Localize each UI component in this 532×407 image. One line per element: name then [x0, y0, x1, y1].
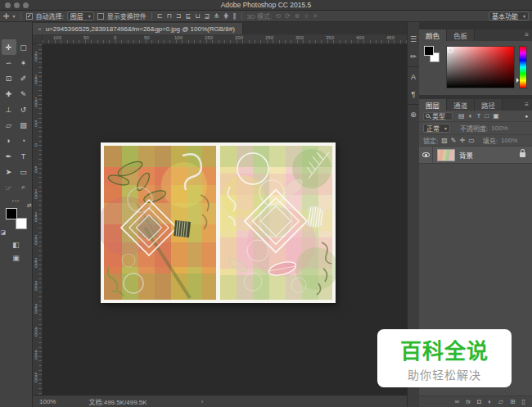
crop-tool[interactable]: ⊡ [2, 70, 16, 86]
distribute-h-icon[interactable]: ⋔ [214, 12, 219, 20]
clone-stamp-tool[interactable]: ⊥ [2, 102, 16, 117]
marquee-tool[interactable]: ▢ [16, 39, 31, 55]
background-color-swatch[interactable] [16, 218, 27, 229]
dodge-tool[interactable]: ◔ [16, 133, 31, 148]
hue-slider[interactable] [519, 46, 527, 88]
tab-layers[interactable]: 图层 [419, 99, 447, 111]
brush-tool[interactable]: ✎ [16, 86, 31, 102]
document-image[interactable] [101, 142, 336, 303]
align-vcenter-icon[interactable]: ⊔ [195, 12, 200, 20]
filter-shape-icon[interactable]: □ [485, 112, 489, 120]
tab-paths[interactable]: 路径 [475, 99, 503, 111]
filter-pixel-icon[interactable]: ▤ [458, 112, 465, 120]
brush-presets-panel-icon[interactable]: ✏ [410, 52, 417, 61]
window-minimize-button[interactable] [14, 2, 20, 8]
layers-panel-tabs: 图层 通道 路径 ≡ [419, 99, 532, 111]
edit-toolbar-ellipsis[interactable]: ••• [12, 198, 20, 203]
saturation-brightness-picker[interactable] [446, 46, 515, 88]
healing-brush-tool[interactable]: ✚ [2, 86, 16, 102]
document-tab[interactable]: × u=2945396525,2839187496&fm=26&gp=0.jpg… [33, 23, 243, 34]
align-hcenter-icon[interactable]: ⊓ [167, 12, 172, 20]
visibility-cell[interactable] [419, 147, 433, 163]
layer-thumbnail[interactable] [437, 149, 455, 161]
abstract-paintings-image [101, 142, 336, 303]
opacity-value[interactable]: 100% [491, 124, 507, 132]
default-colors-icon[interactable]: ◪ [1, 229, 7, 236]
zoom-tool[interactable]: ⌕ [16, 179, 31, 195]
filter-adjustment-icon[interactable]: ◐ [469, 112, 473, 120]
layer-mask-icon[interactable]: ◘ [477, 398, 481, 405]
link-layers-icon[interactable]: ∞ [455, 398, 460, 405]
delete-layer-icon[interactable]: ▯ [522, 398, 525, 405]
panel-menu-icon[interactable]: ≡ [525, 101, 529, 108]
document-tab-bar: × u=2945396525,2839187496&fm=26&gp=0.jpg… [33, 22, 407, 34]
distribute-center-icon[interactable]: ∥ [233, 12, 237, 20]
fill-value[interactable]: 100% [501, 137, 517, 144]
tab-channels[interactable]: 通道 [447, 99, 475, 111]
lock-position-icon[interactable]: ✛ [460, 137, 466, 144]
eraser-tool[interactable]: ▱ [2, 117, 16, 133]
path-select-tool[interactable]: ➤ [2, 164, 16, 179]
distribute-v-icon[interactable]: ⋕ [223, 12, 229, 20]
align-top-icon[interactable]: ⊑ [185, 12, 191, 20]
lock-paint-icon[interactable]: ✎ [451, 137, 457, 144]
auto-select-dropdown[interactable]: 图层 ▾ [67, 11, 94, 20]
foreground-color-swatch[interactable] [424, 46, 434, 56]
auto-select-label: 自动选择: [36, 11, 64, 20]
filter-toggle-icon[interactable]: ● [525, 114, 528, 119]
type-tool[interactable]: T [16, 148, 31, 164]
workspace-dropdown[interactable]: 基本功能 ▾ [489, 11, 529, 20]
lock-transparency-icon[interactable]: ▨ [441, 137, 448, 144]
move-tool[interactable]: ✛ [2, 39, 16, 55]
filter-smart-object-icon[interactable]: ▣ [493, 112, 499, 120]
new-layer-icon[interactable]: ⊞ [510, 398, 516, 405]
align-right-icon[interactable]: ⊐ [176, 12, 182, 20]
align-bottom-icon[interactable]: ⊒ [204, 12, 210, 20]
layer-effects-icon[interactable]: fx [466, 398, 471, 405]
auto-select-checkbox[interactable]: ✓ [26, 13, 33, 20]
pen-tool[interactable]: ✒ [2, 148, 16, 164]
blend-mode-value: 正常 [426, 124, 440, 133]
separator [20, 12, 21, 20]
ruler-tick: 250 [34, 257, 38, 267]
gradient-tool[interactable]: ▧ [16, 117, 31, 133]
ruler-tick: 200 [34, 51, 38, 61]
magic-wand-tool[interactable]: ✶ [16, 55, 31, 70]
layer-name: 背景 [459, 150, 473, 160]
watermark-title: 百科全说 [400, 334, 489, 364]
filter-type-icon[interactable]: T [476, 112, 480, 120]
adjustments-panel-icon[interactable]: ☰ [410, 35, 417, 43]
quick-mask-icon[interactable]: ◧ [12, 241, 20, 249]
smudge-tool[interactable]: ◗ [2, 133, 16, 148]
blend-mode-dropdown[interactable]: 正常 ▾ [423, 124, 450, 133]
ruler-tick: 200 [235, 35, 243, 40]
new-group-icon[interactable]: ▱ [498, 398, 503, 405]
zoom-level[interactable]: 100% [39, 398, 56, 405]
shape-tool[interactable]: ▭ [16, 164, 31, 179]
canvas-area[interactable]: 100 50 0 50 100 150 200 250 300 350 400 … [33, 34, 407, 395]
lasso-tool[interactable]: ∽ [2, 55, 16, 70]
tool-preset-caret-icon[interactable]: ▾ [13, 13, 16, 19]
align-left-icon[interactable]: ⊏ [157, 12, 163, 20]
show-transform-checkbox[interactable] [97, 13, 104, 20]
tab-swatches[interactable]: 色板 [447, 29, 475, 41]
history-brush-tool[interactable]: ↺ [16, 102, 31, 117]
screen-mode-icon[interactable]: ▣ [12, 254, 20, 262]
character-panel-icon[interactable]: A [411, 73, 416, 81]
layer-filter-kind-dropdown[interactable]: 类型 [423, 112, 453, 120]
window-zoom-button[interactable] [23, 2, 29, 8]
lock-all-icon[interactable]: ▭ [468, 137, 475, 144]
eyedropper-tool[interactable]: ✐ [16, 70, 31, 86]
hand-tool[interactable]: ☞ [2, 179, 16, 195]
panel-menu-icon[interactable]: ≡ [525, 31, 529, 38]
close-icon[interactable]: × [38, 25, 42, 33]
tab-color[interactable]: 颜色 [419, 29, 447, 41]
foreground-color-swatch[interactable] [6, 208, 17, 219]
libraries-panel-icon[interactable]: ⊛ [410, 111, 417, 119]
paragraph-panel-icon[interactable]: ¶ [412, 90, 416, 98]
swap-colors-icon[interactable]: ⇄ [27, 202, 32, 209]
adjustment-layer-icon[interactable]: ◐ [488, 398, 492, 405]
layer-row-background[interactable]: 背景 [419, 147, 532, 164]
status-expand-icon[interactable]: › [201, 398, 204, 405]
window-close-button[interactable] [5, 2, 11, 8]
